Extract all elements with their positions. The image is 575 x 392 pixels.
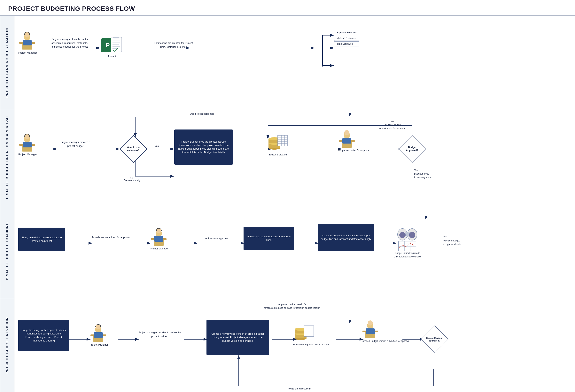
lane-creation: PROJECT BUDGET CREATION & APPROVAL [0,110,575,204]
svg-point-48 [24,136,25,137]
creation-actor-label: Project Manager [18,153,37,156]
budget-submitted-label: Budget submitted for approval [338,149,369,152]
svg-rect-80 [154,236,163,242]
revised-created-icon: Revised Budget version is created [293,320,329,346]
creation-yes-label: Yes [155,144,159,148]
svg-rect-55 [278,135,288,146]
svg-rect-13 [23,40,32,46]
page-title: PROJECT BUDGETING PROCESS FLOW [0,0,575,16]
creation-no-label: No Create manualy [124,176,140,182]
svg-point-88 [409,232,415,238]
lane-label-revision: PROJECT BUDGET REVISION [0,298,14,392]
person-svg-revised-submitted [361,320,379,339]
revision-tracking-box: Budget is being tracked against actuals … [18,320,69,351]
use-estimates-label: Use project estimates [190,112,214,116]
tracking-actor: Project Manager [150,228,168,250]
estimates-boxes: Expense Estimates Material Estimates Tim… [334,29,359,47]
time-estimates: Time Estimates [334,41,359,47]
lane-label-planning: PROJECT PLANNING & ESTIMATION [0,16,14,110]
project-label: Project [101,55,123,58]
svg-point-131 [368,320,373,325]
budget-created-svg [267,129,288,153]
forecasts-label: Approved budget version's forecasts are … [264,303,320,310]
material-estimates: Material Estimates [334,36,359,41]
planning-actor-label: Project Manager [18,51,37,54]
planning-actor: Project Manager [18,31,37,54]
tracking-mode-svg [394,224,421,251]
lane-creation-content: Project Manager Project manager creates … [14,110,575,204]
tracking-start-box: Time, material, expense actuals are crea… [18,228,65,251]
tracking-revised-label: Yes Revised budget in approved state [443,235,461,246]
lane-label-creation: PROJECT BUDGET CREATION & APPROVAL [0,110,14,204]
lane-planning-content: Project Manager Project manager plans th… [14,16,575,110]
lane-tracking: PROJECT BUDGET TRACKING [0,204,575,298]
estimation-label: Estimations are created for Project Time… [151,41,196,49]
tracking-actor-label: Project Manager [150,247,168,250]
revision-actor: Project Manager [90,324,108,346]
revised-created-svg [293,320,315,343]
actuals-approved-text: Actuals are approved [198,236,237,240]
budget-created-label: Budget is created [267,153,288,156]
svg-point-113 [95,326,96,327]
creation-actor: Project Manager [18,133,37,156]
variance-box: Actual vs budget variance is calculated … [318,224,374,251]
lane-planning: PROJECT PLANNING & ESTIMATION [0,16,575,110]
planning-description: Project manager plans the tasks, schedul… [51,37,98,49]
person-svg-tracking [150,228,168,247]
lane-tracking-content: Time, material, expense actuals are crea… [14,204,575,298]
revised-submitted-label: Revised Budget version submitted for app… [361,339,410,343]
svg-point-87 [399,232,406,238]
svg-point-15 [24,34,25,35]
svg-rect-111 [94,332,103,338]
project-svg: P [101,37,123,55]
svg-rect-46 [23,142,32,147]
svg-point-49 [29,136,30,137]
svg-point-16 [29,34,30,35]
creation-diamond2: Budget Approved? [399,135,426,163]
revised-created-label: Revised Budget version is created [293,343,329,346]
project-icon: P Project [101,37,123,58]
lane-revision: PROJECT BUDGET REVISION [0,298,575,392]
svg-rect-65 [342,138,351,144]
svg-rect-120 [304,326,314,336]
revision-diamond: Budget Revision approved? [421,326,448,353]
svg-point-83 [161,230,162,231]
tracking-mode-icon: Budget in tracking mode Only forecasts a… [394,224,422,258]
tracking-mode-label: Budget in tracking mode Only forecasts a… [394,251,422,258]
creation-start-text: Project manager creates a project budget [56,140,94,148]
budget-submitted-actor: Budget submitted for approval [338,129,369,152]
lane-revision-content: Budget is being tracked against actuals … [14,298,575,392]
creation-diamond1: Want to use estimates? [120,135,147,163]
planning-connectors [14,16,560,98]
main-content: PROJECT PLANNING & ESTIMATION [0,16,575,392]
svg-point-114 [100,326,101,327]
svg-rect-20 [113,37,119,38]
page-container: PROJECT BUDGETING PROCESS FLOW PROJECT P… [0,0,575,392]
actuals-matched-box: Actuals are matched against the budget l… [243,227,294,250]
person-svg-planning [18,31,36,51]
svg-rect-130 [366,328,375,334]
expense-estimates: Expense Estimates [334,30,359,35]
revision-create-box: Create a new revised version of project … [207,320,269,355]
creation-no-edit-label: No PM can edit and submit again for appr… [379,120,405,130]
svg-text:P: P [105,42,110,49]
budget-created-icon: Budget is created [267,129,288,156]
revision-decides-text: Project manager decides to revise the pr… [138,331,181,338]
actuals-submitted-text: Actuals are submitted for approval [92,235,130,239]
person-svg-revision [90,324,107,343]
revised-submitted-actor: Revised Budget version submitted for app… [361,320,410,343]
svg-point-66 [344,130,349,135]
svg-point-82 [156,230,157,231]
person-svg-submitted [338,129,356,149]
person-svg-creation [18,133,36,153]
budget-lines-box: Project Budget lines are created across … [174,129,233,165]
creation-yes-moves-label: Yes Budget moves to tracking mode [414,169,431,179]
revision-actor-label: Project Manager [90,343,108,346]
lane-label-tracking: PROJECT BUDGET TRACKING [0,204,14,298]
revision-no-edit-label: No Edit and resubmit [288,387,311,390]
